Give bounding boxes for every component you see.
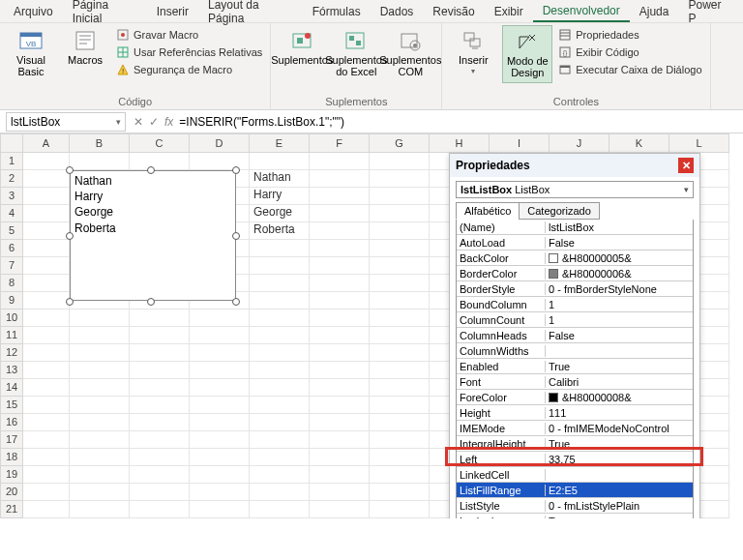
cell-F2[interactable] bbox=[310, 170, 370, 188]
col-head-L[interactable]: L bbox=[669, 133, 729, 153]
cell-F17[interactable] bbox=[310, 431, 370, 449]
cell-G3[interactable] bbox=[370, 188, 430, 205]
cell-F4[interactable] bbox=[310, 205, 370, 222]
cell-G9[interactable] bbox=[370, 292, 430, 309]
cell-E14[interactable] bbox=[250, 379, 310, 397]
addins-button[interactable]: Suplementos bbox=[277, 25, 327, 70]
cell-A10[interactable] bbox=[23, 309, 70, 327]
prop-row-listfillrange[interactable]: ListFillRangeE2:E5 bbox=[457, 483, 693, 498]
cell-G11[interactable] bbox=[370, 327, 430, 344]
cell-B14[interactable] bbox=[70, 379, 130, 397]
prop-row-height[interactable]: Height111 bbox=[457, 405, 693, 421]
cell-C10[interactable] bbox=[130, 309, 190, 327]
cell-E21[interactable] bbox=[250, 501, 310, 518]
cell-B18[interactable] bbox=[70, 449, 130, 466]
cell-D16[interactable] bbox=[190, 414, 250, 431]
design-mode-button[interactable]: Modo de Design bbox=[502, 25, 552, 83]
cell-E11[interactable] bbox=[250, 327, 310, 344]
cell-F9[interactable] bbox=[310, 292, 370, 309]
macro-security-button[interactable]: !Segurança de Macro bbox=[114, 62, 264, 77]
prop-row-bordercolor[interactable]: BorderColor&H80000006& bbox=[457, 266, 693, 281]
cell-E16[interactable] bbox=[250, 414, 310, 431]
col-head-H[interactable]: H bbox=[430, 133, 490, 153]
cell-D10[interactable] bbox=[190, 309, 250, 327]
cell-B20[interactable] bbox=[70, 484, 130, 501]
cell-F13[interactable] bbox=[310, 362, 370, 379]
cell-F19[interactable] bbox=[310, 466, 370, 484]
prop-row-columnwidths[interactable]: ColumnWidths bbox=[457, 343, 693, 359]
col-head-K[interactable]: K bbox=[609, 133, 669, 153]
row-head-10[interactable]: 10 bbox=[0, 309, 23, 327]
row-head-16[interactable]: 16 bbox=[0, 414, 23, 431]
col-head-J[interactable]: J bbox=[550, 133, 609, 153]
cell-G1[interactable] bbox=[370, 153, 430, 170]
prop-row-name[interactable]: (Name)lstListBox bbox=[457, 220, 693, 235]
row-head-3[interactable]: 3 bbox=[0, 188, 23, 205]
cell-F11[interactable] bbox=[310, 327, 370, 344]
resize-handle[interactable] bbox=[232, 232, 240, 240]
row-head-12[interactable]: 12 bbox=[0, 344, 23, 362]
prop-row-locked[interactable]: LockedTrue bbox=[457, 514, 693, 518]
cell-C11[interactable] bbox=[130, 327, 190, 344]
cell-B17[interactable] bbox=[70, 431, 130, 449]
col-head-A[interactable]: A bbox=[23, 133, 70, 153]
properties-title-bar[interactable]: Propriedades✕ bbox=[450, 154, 699, 177]
prop-row-borderstyle[interactable]: BorderStyle0 - fmBorderStyleNone bbox=[457, 281, 693, 297]
cell-B10[interactable] bbox=[70, 309, 130, 327]
cell-C21[interactable] bbox=[130, 501, 190, 518]
cell-F15[interactable] bbox=[310, 397, 370, 414]
chevron-down-icon[interactable]: ▾ bbox=[116, 117, 121, 127]
prop-row-left[interactable]: Left33,75 bbox=[457, 452, 693, 467]
cell-C13[interactable] bbox=[130, 362, 190, 379]
cell-E20[interactable] bbox=[250, 484, 310, 501]
cell-E5[interactable]: Roberta bbox=[250, 222, 310, 240]
row-head-1[interactable]: 1 bbox=[0, 153, 23, 170]
row-head-4[interactable]: 4 bbox=[0, 205, 23, 222]
cell-F3[interactable] bbox=[310, 188, 370, 205]
view-code-button[interactable]: {}Exibir Código bbox=[556, 44, 703, 60]
cell-A12[interactable] bbox=[23, 344, 70, 362]
cell-A7[interactable] bbox=[23, 257, 70, 275]
formula-input[interactable] bbox=[173, 112, 743, 132]
prop-value[interactable]: True bbox=[546, 438, 693, 450]
close-icon[interactable]: ✕ bbox=[678, 158, 694, 173]
cell-G12[interactable] bbox=[370, 344, 430, 362]
cell-G14[interactable] bbox=[370, 379, 430, 397]
cell-E18[interactable] bbox=[250, 449, 310, 466]
menu-item-fórmulas[interactable]: Fórmulas bbox=[303, 2, 371, 21]
cell-D17[interactable] bbox=[190, 431, 250, 449]
prop-value[interactable]: E2:E5 bbox=[546, 485, 693, 496]
prop-value[interactable]: 0 - fmBorderStyleNone bbox=[546, 283, 693, 295]
menu-item-ajuda[interactable]: Ajuda bbox=[630, 2, 679, 21]
cell-E10[interactable] bbox=[250, 309, 310, 327]
cell-E15[interactable] bbox=[250, 397, 310, 414]
prop-row-linkedcell[interactable]: LinkedCell bbox=[457, 467, 693, 483]
cell-F14[interactable] bbox=[310, 379, 370, 397]
listbox-control[interactable]: NathanHarryGeorgeRoberta bbox=[70, 170, 236, 301]
cell-B1[interactable] bbox=[70, 153, 130, 170]
cell-A5[interactable] bbox=[23, 222, 70, 240]
resize-handle[interactable] bbox=[147, 166, 155, 174]
cancel-formula-button[interactable]: ✕ bbox=[134, 115, 143, 129]
cell-F1[interactable] bbox=[310, 153, 370, 170]
cell-D20[interactable] bbox=[190, 484, 250, 501]
cell-D14[interactable] bbox=[190, 379, 250, 397]
row-head-15[interactable]: 15 bbox=[0, 397, 23, 414]
prop-value[interactable]: 1 bbox=[546, 299, 693, 310]
prop-value[interactable]: &H80000006& bbox=[546, 268, 693, 280]
cell-F20[interactable] bbox=[310, 484, 370, 501]
listbox-item[interactable]: Roberta bbox=[74, 221, 231, 236]
menu-item-inserir[interactable]: Inserir bbox=[147, 2, 198, 21]
resize-handle[interactable] bbox=[232, 298, 240, 306]
cell-D18[interactable] bbox=[190, 449, 250, 466]
cell-E12[interactable] bbox=[250, 344, 310, 362]
cell-A3[interactable] bbox=[23, 188, 70, 205]
cell-A1[interactable] bbox=[23, 153, 70, 170]
cell-C17[interactable] bbox=[130, 431, 190, 449]
cell-C14[interactable] bbox=[130, 379, 190, 397]
cell-F18[interactable] bbox=[310, 449, 370, 466]
cell-E1[interactable] bbox=[250, 153, 310, 170]
cell-E9[interactable] bbox=[250, 292, 310, 309]
cell-D21[interactable] bbox=[190, 501, 250, 518]
cell-D19[interactable] bbox=[190, 466, 250, 484]
